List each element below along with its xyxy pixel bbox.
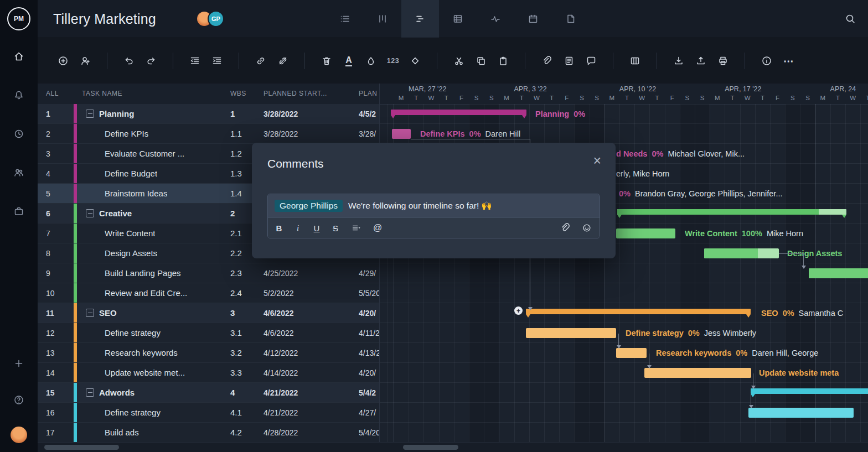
column-header-end[interactable]: PLAN (350, 90, 379, 97)
delete-button[interactable] (319, 53, 334, 69)
gantt-bar-task[interactable] (616, 228, 675, 238)
sidebar-item-home[interactable] (9, 46, 29, 66)
gantt-bar-summary[interactable] (751, 388, 868, 394)
task-name-cell[interactable]: Define strategy (74, 323, 222, 342)
print-button[interactable] (715, 53, 731, 69)
collapse-toggle-icon[interactable] (86, 209, 94, 217)
task-name-cell[interactable]: Research keywords (74, 343, 222, 362)
table-hscrollbar-thumb[interactable] (44, 445, 119, 450)
info-button[interactable] (759, 53, 774, 69)
text-color-button[interactable]: A (341, 53, 356, 69)
attach-button[interactable] (539, 53, 555, 69)
unlink-tasks-button[interactable] (275, 53, 291, 69)
gantt-bar-summary[interactable] (526, 309, 751, 314)
gantt-hscrollbar-thumb[interactable] (403, 445, 458, 450)
undo-button[interactable] (121, 53, 137, 69)
copy-button[interactable] (473, 53, 489, 69)
sidebar-item-team[interactable] (9, 163, 29, 183)
export-button[interactable] (693, 53, 709, 69)
paste-button[interactable] (495, 53, 511, 69)
task-row[interactable]: 9Build Landing Pages2.34/25/20224/29/ (38, 263, 379, 283)
task-name-cell[interactable]: Build Landing Pages (74, 263, 222, 283)
task-row[interactable]: 17Build ads4.24/28/20225/4/20 (38, 423, 379, 443)
gantt-bar-task[interactable] (704, 248, 779, 258)
gantt-bar-summary[interactable] (617, 209, 846, 215)
task-row[interactable]: 10Review and Edit Cre...2.45/2/20225/5/2… (38, 283, 379, 303)
task-name-cell[interactable]: Review and Edit Cre... (74, 283, 222, 303)
gantt-bar-task[interactable] (644, 368, 751, 378)
sidebar-item-add[interactable] (9, 354, 29, 373)
view-tab-calendar-view[interactable] (514, 0, 552, 38)
emoji-button[interactable] (582, 223, 592, 233)
sidebar-item-time[interactable] (9, 124, 29, 144)
cut-button[interactable] (451, 53, 467, 69)
more-button[interactable]: ⋯ (781, 53, 797, 69)
gantt-bar-summary[interactable] (391, 110, 526, 115)
task-name-cell[interactable]: Creative (74, 204, 222, 223)
user-avatar[interactable] (11, 427, 27, 443)
comment-button[interactable] (583, 53, 599, 69)
view-tab-board-view[interactable] (364, 0, 401, 38)
task-name-cell[interactable]: Design Assets (74, 243, 222, 263)
gantt-bar-task[interactable] (392, 129, 411, 139)
milestone-button[interactable] (407, 53, 423, 69)
task-row[interactable]: 13Research keywords3.24/12/20224/13/2 (38, 343, 379, 363)
task-row[interactable]: 15Adwords44/21/20225/4/2 (38, 383, 379, 403)
pm-logo[interactable]: PM (0, 0, 38, 38)
close-icon[interactable]: × (593, 154, 601, 168)
import-button[interactable] (671, 53, 686, 69)
view-tab-doc-view[interactable] (552, 0, 590, 38)
column-header-task[interactable]: TASK NAME (74, 90, 222, 97)
gantt-bar-task[interactable] (809, 268, 868, 278)
comment-input[interactable]: George Phillips We're following our time… (267, 194, 600, 238)
view-tab-sheet-view[interactable] (439, 0, 477, 38)
task-row[interactable]: 16Define strategy4.14/21/20224/27/ (38, 403, 379, 423)
gantt-bar-task[interactable] (526, 328, 616, 338)
sidebar-item-help[interactable] (9, 390, 29, 410)
attach-file-button[interactable] (560, 222, 571, 233)
task-name-cell[interactable]: Brainstorm Ideas (74, 184, 222, 203)
task-name-cell[interactable]: Evaluate Customer ... (74, 144, 222, 163)
comment-text-field[interactable]: George Phillips We're following our time… (268, 194, 600, 217)
collapse-toggle-icon[interactable] (86, 388, 94, 397)
fill-color-button[interactable] (363, 53, 379, 69)
redo-button[interactable] (143, 53, 159, 69)
task-row[interactable]: 11SEO34/6/20224/20/ (38, 303, 379, 323)
notes-button[interactable] (561, 53, 577, 69)
sidebar-item-alerts[interactable] (9, 85, 29, 105)
task-row[interactable]: 12Define strategy3.14/6/20224/11/2 (38, 323, 379, 343)
bar-drag-handle[interactable]: + (514, 306, 523, 315)
column-header-wbs[interactable]: WBS (222, 90, 255, 97)
view-tab-activity-view[interactable] (477, 0, 514, 38)
number-button[interactable]: 123 (385, 53, 401, 69)
assign-user-button[interactable] (78, 53, 93, 69)
mention-button[interactable]: @ (373, 223, 382, 233)
search-button[interactable] (845, 0, 856, 38)
task-row[interactable]: 14Update website met...3.34/14/20224/20/ (38, 363, 379, 383)
gantt-bar-task[interactable] (748, 408, 854, 418)
task-name-cell[interactable]: Define Budget (74, 164, 222, 183)
italic-button[interactable]: i (294, 224, 301, 233)
sidebar-item-portfolio[interactable] (9, 201, 29, 221)
link-tasks-button[interactable] (253, 53, 268, 69)
collapse-toggle-icon[interactable] (86, 110, 94, 118)
task-name-cell[interactable]: Write Content (74, 224, 222, 243)
underline-button[interactable]: U (313, 224, 320, 233)
outdent-button[interactable] (187, 53, 203, 69)
task-row[interactable]: 1Planning13/28/20224/5/2 (38, 104, 379, 124)
task-row[interactable]: 2Define KPIs1.13/28/20223/28/ (38, 124, 379, 144)
task-name-cell[interactable]: Define KPIs (74, 124, 222, 143)
task-name-cell[interactable]: Planning (74, 104, 222, 123)
member-avatar-badge[interactable]: GP (208, 11, 224, 27)
column-header-all[interactable]: ALL (38, 90, 74, 97)
bold-button[interactable]: B (276, 224, 282, 233)
strikethrough-button[interactable]: S (332, 224, 339, 233)
list-format-button[interactable] (351, 223, 361, 233)
view-tab-gantt-view[interactable] (401, 0, 439, 38)
task-name-cell[interactable]: SEO (74, 303, 222, 323)
task-name-cell[interactable]: Adwords (74, 383, 222, 402)
columns-button[interactable] (627, 53, 643, 69)
task-name-cell[interactable]: Define strategy (74, 403, 222, 422)
view-tab-list-view[interactable] (326, 0, 364, 38)
column-header-start[interactable]: PLANNED START... (255, 90, 350, 97)
